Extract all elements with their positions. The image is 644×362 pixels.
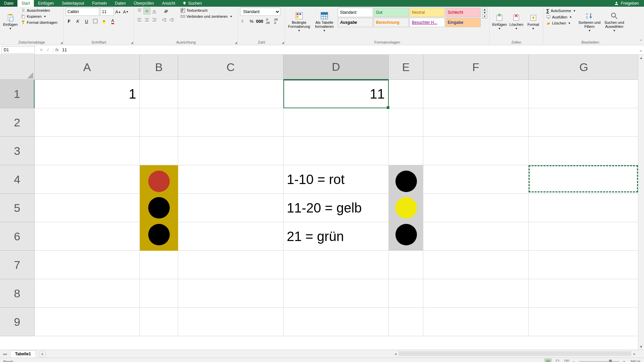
cell-C2[interactable] (178, 108, 283, 137)
name-box[interactable] (1, 46, 35, 54)
percent-button[interactable]: % (248, 18, 255, 24)
cancel-formula-button[interactable]: ✕ (38, 48, 44, 52)
cell-D4[interactable]: 1-10 = rot (283, 165, 389, 194)
share-button[interactable]: Freigeben (621, 1, 639, 6)
cell-E7[interactable] (389, 251, 423, 279)
row-header-6[interactable]: 6 (0, 222, 35, 251)
style-scroll-up[interactable]: ▲ (482, 8, 487, 11)
bold-button[interactable]: F (66, 18, 72, 24)
cell-C6[interactable] (178, 222, 283, 251)
cell-A2[interactable] (35, 108, 140, 137)
style-eingabe[interactable]: Eingabe (445, 18, 481, 27)
cell-G6[interactable] (529, 222, 639, 251)
style-schlecht[interactable]: Schlecht (445, 8, 481, 17)
row-header-4[interactable]: 4 (0, 165, 35, 194)
cell-F3[interactable] (423, 137, 529, 165)
delete-cells-button[interactable]: Löschen▼ (508, 8, 524, 36)
zoom-out-button[interactable]: − (573, 360, 575, 362)
cut-button[interactable]: Ausschneiden (20, 8, 58, 13)
cell-D7[interactable] (283, 251, 389, 279)
cell-G9[interactable] (529, 308, 639, 336)
cell-A6[interactable] (35, 222, 140, 251)
add-sheet-button[interactable]: + (39, 350, 46, 358)
column-header-D[interactable]: D (283, 55, 389, 80)
cell-C5[interactable] (178, 194, 283, 222)
row-header-3[interactable]: 3 (0, 137, 35, 165)
cell-C1[interactable] (178, 80, 283, 108)
column-header-B[interactable]: B (140, 55, 178, 80)
style-gut[interactable]: Gut (374, 8, 409, 17)
copy-button[interactable]: Kopieren▼ (20, 14, 58, 19)
font-dialog-launcher[interactable]: ◢ (131, 41, 133, 44)
cell-E9[interactable] (389, 308, 423, 336)
horizontal-scrollbar[interactable]: ◂ ▸ (392, 351, 637, 357)
tab-insert[interactable]: Einfügen (34, 0, 58, 7)
format-as-table-button[interactable]: Als Tabelle formatieren▼ (312, 8, 336, 36)
style-ausgabe[interactable]: Ausgabe (338, 18, 373, 27)
enter-formula-button[interactable]: ✓ (45, 48, 51, 52)
tab-review[interactable]: Überprüfen (130, 0, 158, 7)
cell-F1[interactable] (423, 80, 529, 108)
cell-A4[interactable] (35, 165, 140, 194)
cell-G3[interactable] (529, 137, 639, 165)
sheet-nav-last[interactable]: ▸ (5, 352, 7, 356)
cell-F6[interactable] (423, 222, 529, 251)
normal-view-button[interactable] (544, 359, 552, 362)
row-header-8[interactable]: 8 (0, 279, 35, 308)
cell-B7[interactable] (140, 251, 178, 279)
cell-E2[interactable] (389, 108, 423, 137)
cell-D2[interactable] (283, 108, 389, 137)
cell-D8[interactable] (283, 279, 389, 308)
cell-F7[interactable] (423, 251, 529, 279)
style-standard[interactable]: Standard (338, 8, 373, 17)
cell-A7[interactable] (35, 251, 140, 279)
cell-A5[interactable] (35, 194, 140, 222)
tab-formulas[interactable]: Formeln (88, 0, 111, 7)
underline-button[interactable]: U (83, 18, 90, 24)
format-painter-button[interactable]: Format übertragen (20, 20, 58, 25)
row-header-5[interactable]: 5 (0, 194, 35, 222)
expand-formula-bar-button[interactable]: ⌄ (637, 47, 644, 53)
style-besuchter[interactable]: Besuchter H... (410, 18, 445, 27)
cell-B3[interactable] (140, 137, 178, 165)
cell-B2[interactable] (140, 108, 178, 137)
cell-A1[interactable]: 1 (35, 80, 140, 108)
align-middle-button[interactable] (144, 8, 150, 14)
tab-pagelayout[interactable]: Seitenlayout (58, 0, 88, 7)
orientation-button[interactable]: ab (162, 8, 169, 14)
cell-D1[interactable]: 11 (283, 80, 389, 108)
scroll-up-button[interactable]: ▲ (638, 55, 644, 61)
style-more[interactable]: ▾ (482, 15, 487, 18)
sheet-nav-first[interactable]: ◂ (3, 352, 5, 356)
accounting-format-button[interactable]: € (240, 18, 247, 24)
row-header-7[interactable]: 7 (0, 251, 35, 279)
cell-A3[interactable] (35, 137, 140, 165)
cell-G2[interactable] (529, 108, 639, 137)
cell-D9[interactable] (283, 308, 389, 336)
column-header-E[interactable]: E (389, 55, 423, 80)
fill-button[interactable]: Ausfüllen▼ (545, 14, 576, 20)
vertical-scrollbar[interactable]: ▲ ▼ (638, 55, 644, 350)
font-name-input[interactable] (66, 8, 99, 16)
row-header-1[interactable]: 1 (0, 80, 35, 108)
autosum-button[interactable]: ∑ AutoSumme▼ (545, 8, 576, 14)
cell-G1[interactable] (529, 80, 639, 108)
decrease-font-button[interactable]: A▼ (122, 8, 129, 15)
number-dialog-launcher[interactable]: ◢ (282, 41, 284, 44)
cell-G5[interactable] (529, 194, 639, 222)
zoom-level[interactable]: 390 % (627, 360, 641, 362)
align-center-button[interactable] (144, 16, 150, 23)
scroll-left-button[interactable]: ◂ (392, 352, 398, 356)
tab-file[interactable]: Datei (0, 0, 17, 7)
page-layout-view-button[interactable] (554, 359, 561, 362)
cell-C8[interactable] (178, 279, 283, 308)
align-top-button[interactable] (136, 8, 143, 14)
wrap-text-button[interactable]: abc Textumbruch (180, 8, 233, 13)
cell-F5[interactable] (423, 194, 529, 222)
fx-button[interactable]: fx (55, 47, 59, 52)
row-header-2[interactable]: 2 (0, 108, 35, 137)
cell-F9[interactable] (423, 308, 529, 336)
column-header-A[interactable]: A (35, 55, 140, 80)
increase-indent-button[interactable] (168, 16, 175, 23)
fill-color-button[interactable] (101, 18, 107, 24)
